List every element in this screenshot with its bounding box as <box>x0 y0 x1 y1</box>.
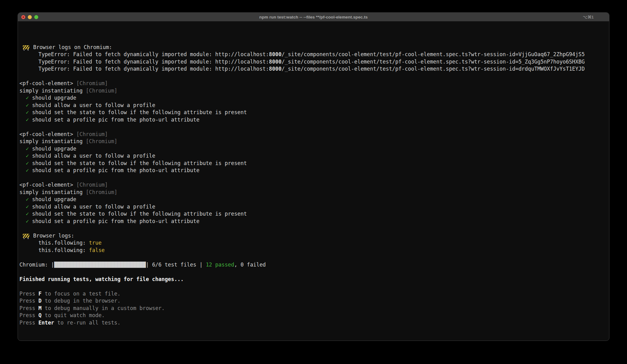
terminal-text: this.following: <box>19 247 89 253</box>
terminal-text: [Chromium] <box>83 138 118 144</box>
terminal-text: █████████████████████████████ <box>54 262 146 268</box>
terminal-text: should set a profile pic from the photo-… <box>29 218 200 224</box>
terminal-text: to debug manually in a custom browser. <box>42 305 165 311</box>
terminal-line <box>19 268 609 276</box>
terminal-text: , 0 failed <box>234 262 266 268</box>
close-button[interactable] <box>21 15 25 19</box>
terminal-text: ✓ <box>26 117 29 123</box>
construction-barrier-icon <box>23 234 29 238</box>
terminal-line: Press F to focus on a test file. <box>19 290 609 298</box>
terminal-text <box>19 153 26 159</box>
terminal-line: this.following: false <box>19 247 609 254</box>
terminal-text: should set the state to follow if the fo… <box>29 109 247 115</box>
terminal-line: ✓ should set the state to follow if the … <box>19 210 609 218</box>
terminal-text: should upgrade <box>29 146 77 152</box>
terminal-text: F <box>38 291 41 297</box>
terminal-text: to quit watch mode. <box>42 312 105 318</box>
terminal-text: M <box>38 305 41 311</box>
terminal-text: <pf-cool-element> <box>19 131 73 137</box>
terminal-text: 8000 <box>269 66 282 72</box>
terminal-text: ✓ <box>26 196 29 202</box>
terminal-text: 8000 <box>269 59 282 65</box>
terminal-text: Q <box>38 312 41 318</box>
terminal-line: Browser logs: <box>19 232 609 240</box>
terminal-text: simply instantiating <box>19 138 83 144</box>
window-title: npm run test:watch -- --files **/pf-cool… <box>18 13 609 21</box>
minimize-button[interactable] <box>28 15 32 19</box>
terminal-text: ✓ <box>26 153 29 159</box>
terminal-line: Press D to debug in the browser. <box>19 297 609 305</box>
terminal-text: to debug in the browser. <box>42 298 121 304</box>
terminal-line: ✓ should upgrade <box>19 94 609 102</box>
terminal-output[interactable]: Browser logs on Chromium: TypeError: Fai… <box>18 21 609 326</box>
terminal-line <box>19 123 609 131</box>
terminal-text: true <box>89 240 102 246</box>
terminal-text: should upgrade <box>29 95 77 101</box>
terminal-text <box>19 233 23 239</box>
terminal-text: /_site/components/cool-element/test/pf-c… <box>282 51 585 57</box>
terminal-line: ✓ should allow a user to follow a profil… <box>19 203 609 211</box>
terminal-line: ✓ should allow a user to follow a profil… <box>19 102 609 109</box>
terminal-text <box>19 204 26 210</box>
terminal-text: ✓ <box>26 204 29 210</box>
terminal-text: /_site/components/cool-element/test/pf-c… <box>282 66 585 72</box>
terminal-line: simply instantiating [Chromium] <box>19 87 609 95</box>
terminal-line <box>19 22 609 29</box>
zoom-button[interactable] <box>34 15 38 19</box>
terminal-line: Browser logs on Chromium: <box>19 44 609 51</box>
terminal-line <box>19 36 609 44</box>
terminal-text: ✓ <box>26 95 29 101</box>
terminal-text <box>19 109 26 115</box>
terminal-text: should upgrade <box>29 196 77 202</box>
terminal-text: /_site/components/cool-element/test/pf-c… <box>282 59 585 65</box>
terminal-line: this.following: true <box>19 239 609 247</box>
terminal-text <box>19 146 26 152</box>
terminal-text: Browser logs: <box>30 233 74 239</box>
terminal-text <box>19 196 26 202</box>
terminal-text: ✓ <box>26 167 29 173</box>
terminal-text: Press <box>19 291 38 297</box>
terminal-text <box>19 218 26 224</box>
terminal-text: should allow a user to follow a profile <box>29 153 155 159</box>
terminal-text: ✓ <box>26 146 29 152</box>
terminal-line: <pf-cool-element> [Chromium] <box>19 80 609 87</box>
terminal-text: [Chromium] <box>83 88 118 94</box>
terminal-text: 12 passed <box>206 262 234 268</box>
terminal-line: ✓ should upgrade <box>19 145 609 153</box>
terminal-text: Browser logs on Chromium: <box>30 44 112 50</box>
terminal-line: <pf-cool-element> [Chromium] <box>19 131 609 138</box>
tab-shortcut-hint: ⌥⌘1 <box>583 13 594 21</box>
terminal-text: TypeError: Failed to fetch dynamically i… <box>19 51 269 57</box>
terminal-text: Press <box>19 320 38 326</box>
terminal-text: Press <box>19 298 38 304</box>
terminal-line: <pf-cool-element> [Chromium] <box>19 181 609 189</box>
terminal-text: ✓ <box>26 218 29 224</box>
terminal-line: TypeError: Failed to fetch dynamically i… <box>19 51 609 58</box>
terminal-text: should set a profile pic from the photo-… <box>29 167 200 173</box>
titlebar[interactable]: npm run test:watch -- --files **/pf-cool… <box>18 13 609 21</box>
terminal-text: ✓ <box>26 160 29 166</box>
terminal-line: ✓ should set the state to follow if the … <box>19 109 609 116</box>
terminal-text: to focus on a test file. <box>42 291 121 297</box>
terminal-line <box>19 225 609 232</box>
terminal-text: Chromium: | <box>19 262 54 268</box>
terminal-line: Chromium: |█████████████████████████████… <box>19 261 609 269</box>
terminal-text: should set a profile pic from the photo-… <box>29 117 200 123</box>
terminal-text: ✓ <box>26 211 29 217</box>
terminal-line <box>19 73 609 80</box>
terminal-line: ✓ should set a profile pic from the phot… <box>19 116 609 124</box>
terminal-text: to re-run all tests. <box>54 320 121 326</box>
terminal-text: <pf-cool-element> <box>19 182 73 188</box>
terminal-text: Press <box>19 305 38 311</box>
terminal-window: npm run test:watch -- --files **/pf-cool… <box>18 12 609 341</box>
terminal-text: 8000 <box>269 51 282 57</box>
terminal-line: Press Q to quit watch mode. <box>19 312 609 319</box>
terminal-line <box>19 174 609 182</box>
terminal-line: simply instantiating [Chromium] <box>19 138 609 145</box>
terminal-line <box>19 29 609 37</box>
terminal-line: Press M to debug manually in a custom br… <box>19 305 609 312</box>
terminal-text <box>19 167 26 173</box>
terminal-text: <pf-cool-element> <box>19 80 73 86</box>
terminal-text: should set the state to follow if the fo… <box>29 160 247 166</box>
terminal-line: Finished running tests, watching for fil… <box>19 276 609 283</box>
